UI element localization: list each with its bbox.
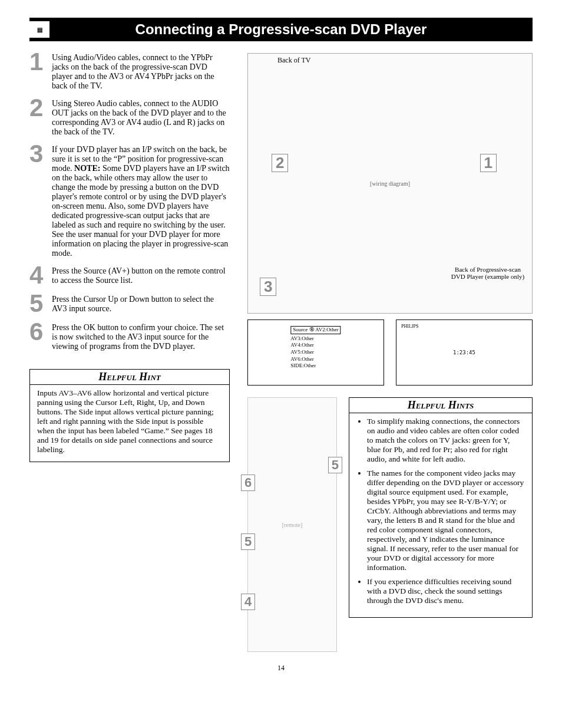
- osd-dvd-front: PHILIPS 1:23:45: [396, 319, 533, 386]
- page-title: Connecting a Progressive-scan DVD Player: [135, 21, 427, 37]
- hint-item: If you experience difficulties receiving…: [367, 577, 525, 605]
- remote-callout-5: 5: [328, 457, 342, 473]
- diagram-callout-1: 1: [480, 154, 497, 172]
- step-4: 4 Press the Source (AV+) button on the r…: [29, 266, 230, 286]
- step-text: If your DVD player has an I/P switch on …: [52, 145, 230, 258]
- step-number: 4: [29, 264, 52, 286]
- steps-column: 1 Using Audio/Video cables, connect to t…: [29, 53, 230, 652]
- step-2: 2 Using Stereo Audio cables, connect to …: [29, 99, 230, 137]
- diagram-callout-3: 3: [260, 278, 276, 296]
- step-text: Using Stereo Audio cables, connect to th…: [52, 99, 230, 137]
- step-1: 1 Using Audio/Video cables, connect to t…: [29, 53, 230, 91]
- remote-diagram: [remote] 5 6 5 4: [247, 397, 337, 652]
- osd-row: Source ⦿ AV2:Other AV3:Other AV4:Other A…: [247, 319, 533, 386]
- step-text: Press the Source (AV+) button on the rem…: [52, 266, 230, 286]
- wiring-diagram: Back of TV [wiring diagram] 1 2 3 Back o…: [247, 53, 533, 314]
- step-number: 1: [29, 51, 52, 91]
- step-number: 3: [29, 143, 52, 258]
- step-number: 5: [29, 292, 52, 315]
- hint-item: The names for the component video jacks …: [367, 469, 525, 572]
- hint-box-right: Helpful Hints To simplify making connect…: [349, 397, 533, 618]
- diagram-label-bottom: Back of Progressive-scan DVD Player (exa…: [449, 266, 526, 280]
- step-5: 5 Press the Cursor Up or Down button to …: [29, 295, 230, 315]
- page-number: 14: [29, 664, 533, 673]
- step-text: Press the OK button to confirm your choi…: [52, 323, 230, 351]
- step-text: Using Audio/Video cables, connect to the…: [52, 53, 230, 91]
- step-number: 6: [29, 321, 52, 351]
- remote-callout-5b: 5: [241, 533, 255, 550]
- hint-box-left: Helpful Hint Inputs AV3–AV6 allow horizo…: [29, 369, 230, 462]
- diagram-label-top: Back of TV: [277, 56, 310, 65]
- diagram-column: Back of TV [wiring diagram] 1 2 3 Back o…: [247, 53, 533, 652]
- step-number: 2: [29, 97, 52, 137]
- diagram-callout-2: 2: [272, 154, 288, 172]
- step-3: 3 If your DVD player has an I/P switch o…: [29, 145, 230, 258]
- hint-item: To simplify making connections, the conn…: [367, 417, 525, 464]
- osd-source-list: Source ⦿ AV2:Other AV3:Other AV4:Other A…: [247, 319, 384, 386]
- hint-body: Inputs AV3–AV6 allow horizontal and vert…: [37, 388, 222, 454]
- hint-title: Helpful Hint: [30, 370, 229, 385]
- page-title-bar: ▤ Connecting a Progressive-scan DVD Play…: [29, 18, 533, 41]
- connector-icon: ▤: [29, 21, 49, 38]
- hint-title: Helpful Hints: [349, 398, 532, 413]
- remote-callout-6: 6: [241, 475, 255, 491]
- step-6: 6 Press the OK button to confirm your ch…: [29, 323, 230, 351]
- step-text: Press the Cursor Up or Down button to se…: [52, 295, 230, 315]
- remote-callout-4: 4: [241, 594, 255, 610]
